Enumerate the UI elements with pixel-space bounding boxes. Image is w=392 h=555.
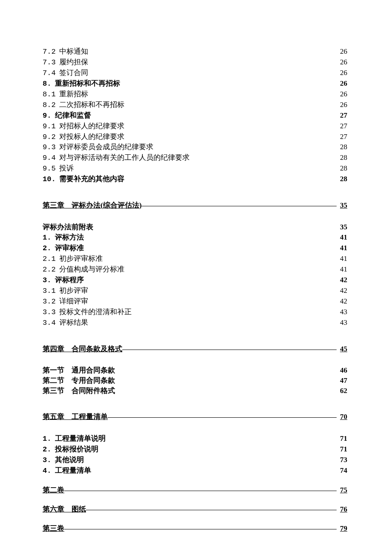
toc-entry-label: 2. 投标报价说明 (43, 445, 98, 455)
toc-entry-page: 70 (337, 412, 347, 422)
toc-entry: 3.1 初步评审42 (43, 286, 347, 296)
toc-entry-page: 41 (337, 233, 347, 243)
toc-entry-page: 42 (337, 297, 347, 306)
toc-entry-label: 9. 纪律和监督 (43, 111, 91, 121)
toc-entry-page: 26 (337, 79, 347, 89)
toc-entry-label: 2. 评审标准 (43, 243, 84, 254)
toc-entry: 10. 需要补充的其他内容28 (43, 174, 347, 185)
toc-entry-page: 71 (337, 445, 347, 454)
toc-entry: 第二卷75 (43, 486, 347, 495)
toc-entry-number: 2. (43, 244, 51, 252)
toc-entry-page: 42 (337, 286, 347, 296)
toc-entry: 3. 评标程序42 (43, 275, 347, 286)
toc-entry-page: 41 (337, 254, 347, 264)
toc-entry-label: 9.3 对评标委员会成员的纪律要求 (43, 142, 153, 153)
toc-entry-page: 26 (337, 90, 347, 99)
toc-entry-page: 28 (337, 142, 347, 152)
toc-entry-number: 4. (43, 467, 51, 475)
toc-entry-label: 2.2 分值构成与评分标准 (43, 265, 124, 275)
toc-leader-line (64, 529, 337, 529)
toc-entry: 8. 重新招标和不再招标26 (43, 79, 347, 89)
toc-entry-number: 9.1 (43, 122, 56, 130)
toc-entry-label: 3.1 初步评审 (43, 286, 88, 296)
toc-entry-page: 43 (337, 318, 347, 328)
toc-entry-page: 26 (337, 47, 347, 57)
toc-entry: 3.2 详细评审42 (43, 297, 347, 307)
toc-entry-number: 7.4 (43, 69, 56, 77)
toc-entry-number: 9.3 (43, 143, 56, 151)
toc-entry-label: 7.3 履约担保 (43, 58, 88, 68)
toc-leader-line (141, 206, 337, 206)
toc-entry-label: 第二节 专用合同条款 (43, 376, 115, 386)
toc-entry-label: 3.4 评标结果 (43, 318, 88, 328)
toc-entry-page: 79 (337, 524, 347, 534)
toc-entry-label: 7.2 中标通知 (43, 47, 88, 57)
toc-entry-label: 10. 需要补充的其他内容 (43, 174, 124, 185)
toc-entry: 第一节 通用合同条款46 (43, 366, 347, 376)
toc-entry-page: 35 (337, 223, 347, 232)
toc-entry-page: 73 (337, 455, 347, 465)
toc-entry: 8.1 重新招标26 (43, 90, 347, 100)
toc-entry-page: 27 (337, 132, 347, 142)
toc-entry-page: 26 (337, 68, 347, 78)
toc-entry-number: 1. (43, 435, 51, 443)
toc-entry-label: 9.2 对投标人的纪律要求 (43, 132, 124, 142)
toc-entry: 7.3 履约担保26 (43, 58, 347, 68)
toc-entry-label: 3.2 详细评审 (43, 297, 88, 307)
toc-entry-number: 7.3 (43, 58, 56, 66)
toc-entry-number: 9.2 (43, 133, 56, 141)
toc-entry-number: 3.1 (43, 287, 56, 295)
toc-entry-label: 第三节 合同附件格式 (43, 386, 115, 396)
toc-entry: 第四章 合同条款及格式45 (43, 344, 347, 354)
toc-entry: 9.1 对招标人的纪律要求27 (43, 121, 347, 132)
toc-entry: 2.1 初步评审标准41 (43, 254, 347, 264)
toc-entry-page: 28 (337, 153, 347, 163)
toc-entry-page: 26 (337, 58, 347, 67)
toc-entry-number: 3. (43, 456, 51, 464)
toc-entry-label: 7.4 签订合同 (43, 68, 88, 78)
toc-entry: 9.5 投诉28 (43, 164, 347, 174)
toc-entry-page: 75 (337, 486, 347, 495)
toc-entry-number: 2.1 (43, 255, 56, 263)
toc-entry: 第六章 图纸76 (43, 505, 347, 515)
toc-leader-line (86, 510, 337, 510)
toc-entry: 7.4 签订合同26 (43, 68, 347, 78)
toc-entry: 1. 评标方法41 (43, 233, 347, 243)
toc-entry-number: 9.4 (43, 154, 56, 162)
toc-entry-label: 3.3 投标文件的澄清和补正 (43, 307, 132, 318)
toc-leader-line (108, 417, 337, 418)
toc-entry-number: 3.2 (43, 298, 56, 306)
toc-entry-page: 71 (337, 434, 347, 444)
toc-entry-label: 第三章 评标办法(综合评估法) (43, 201, 141, 211)
toc-entry-page: 74 (337, 466, 347, 476)
toc-entry: 3.3 投标文件的澄清和补正43 (43, 307, 347, 318)
toc-entry-label: 9.4 对与评标活动有关的工作人员的纪律要求 (43, 153, 190, 163)
toc-entry-label: 1. 工程量清单说明 (43, 434, 106, 444)
toc-entry: 9.4 对与评标活动有关的工作人员的纪律要求28 (43, 153, 347, 163)
toc-entry: 3.4 评标结果43 (43, 318, 347, 328)
toc-entry-page: 35 (337, 201, 347, 211)
toc-entry: 9.3 对评标委员会成员的纪律要求28 (43, 142, 347, 153)
toc-entry-page: 46 (337, 366, 347, 376)
toc-entry: 2. 评审标准41 (43, 243, 347, 254)
toc-entry-page: 42 (337, 275, 347, 285)
toc-entry-number: 8.1 (43, 90, 56, 98)
toc-leader-line (64, 491, 337, 491)
toc-entry-label: 评标办法前附表 (43, 223, 93, 232)
toc-entry-label: 第五章 工程量清单 (43, 412, 108, 422)
toc-entry: 8.2 二次招标和不再招标26 (43, 100, 347, 110)
toc-entry-page: 76 (337, 505, 347, 515)
toc-entry-label: 9.1 对招标人的纪律要求 (43, 121, 124, 132)
toc-entry: 1. 工程量清单说明71 (43, 434, 347, 444)
toc-entry-label: 第六章 图纸 (43, 505, 86, 515)
toc-entry: 9. 纪律和监督27 (43, 111, 347, 121)
toc-entry-number: 8. (43, 80, 51, 88)
toc-entry-label: 3. 其他说明 (43, 455, 84, 465)
toc-entry-page: 27 (337, 121, 347, 131)
toc-entry-label: 第二卷 (43, 486, 64, 495)
toc-entry-page: 41 (337, 243, 347, 253)
toc-entry-page: 28 (337, 164, 347, 173)
toc-entry-label: 第三卷 (43, 524, 64, 534)
toc-entry: 评标办法前附表35 (43, 223, 347, 232)
toc-entry-label: 4. 工程量清单 (43, 466, 91, 476)
